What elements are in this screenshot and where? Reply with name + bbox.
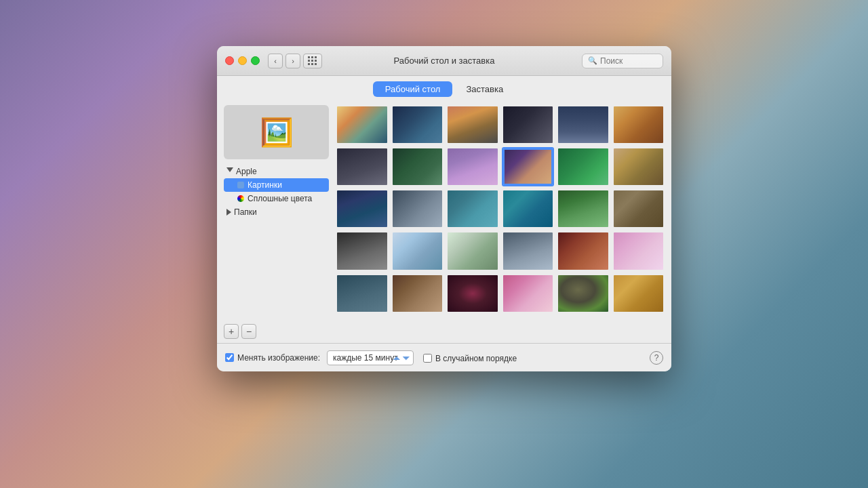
- tab-screensaver[interactable]: Заставка: [454, 81, 515, 97]
- thumbnail-preview: [503, 190, 553, 227]
- thumbnail-item[interactable]: [446, 147, 499, 186]
- thumbnail-item[interactable]: [502, 274, 555, 313]
- minimize-button[interactable]: [238, 56, 247, 65]
- thumbnail-preview: [614, 275, 664, 312]
- back-button[interactable]: ‹: [268, 54, 283, 68]
- nav-buttons: ‹ ›: [268, 54, 300, 68]
- expand-arrow-apple: [226, 167, 233, 176]
- change-image-checkbox[interactable]: [225, 353, 234, 362]
- thumbnail-item[interactable]: [446, 231, 499, 270]
- thumbnail-item[interactable]: [391, 274, 444, 313]
- interval-dropdown[interactable]: каждые 5 минуткаждые 10 минуткаждые 15 м…: [327, 350, 414, 365]
- thumbnail-item[interactable]: [391, 189, 444, 228]
- thumbnail-preview: [337, 148, 387, 185]
- tabbar: Рабочий стол Заставка: [217, 76, 671, 101]
- thumbnail-item[interactable]: [502, 105, 555, 144]
- thumbnail-preview: [393, 148, 443, 185]
- thumbnail-item[interactable]: [391, 105, 444, 144]
- search-input[interactable]: [600, 56, 657, 66]
- remove-button[interactable]: −: [241, 324, 256, 339]
- image-grid: [336, 105, 665, 316]
- thumbnail-preview: [614, 106, 664, 143]
- random-order-group: В случайном порядке: [423, 354, 517, 363]
- thumbnail-item[interactable]: [391, 231, 444, 270]
- thumbnail-item[interactable]: [336, 274, 389, 313]
- help-button[interactable]: ?: [650, 351, 663, 365]
- random-order-label: В случайном порядке: [435, 354, 517, 363]
- thumbnail-preview: [393, 275, 443, 312]
- thumbnail-preview: [448, 148, 498, 185]
- search-icon: 🔍: [588, 56, 597, 65]
- maximize-button[interactable]: [251, 56, 260, 65]
- thumbnail-preview: [448, 232, 498, 269]
- thumbnail-item[interactable]: [446, 274, 499, 313]
- thumbnail-preview: [393, 106, 443, 143]
- thumbnail-preview: [558, 106, 608, 143]
- thumbnail-item[interactable]: [502, 147, 555, 186]
- sidebar-category-folders[interactable]: Папки: [224, 205, 329, 219]
- system-preferences-window: ‹ › Рабочий стол и заставка 🔍 Рабочий ст…: [217, 46, 671, 371]
- search-box[interactable]: 🔍: [582, 54, 663, 68]
- thumbnail-item[interactable]: [612, 231, 665, 270]
- thumbnail-item[interactable]: [336, 189, 389, 228]
- thumbnail-item[interactable]: [336, 231, 389, 270]
- thumbnail-preview: [614, 232, 664, 269]
- thumbnail-preview: [337, 190, 387, 227]
- thumbnail-item[interactable]: [502, 231, 555, 270]
- thumbnail-preview: [614, 148, 664, 185]
- change-image-group: Менять изображение:: [225, 353, 320, 363]
- titlebar: ‹ › Рабочий стол и заставка 🔍: [217, 46, 671, 76]
- thumbnail-item[interactable]: [336, 105, 389, 144]
- thumbnail-item[interactable]: [557, 274, 610, 313]
- thumbnail-item[interactable]: [557, 189, 610, 228]
- thumbnail-item[interactable]: [557, 147, 610, 186]
- sidebar-item-pictures[interactable]: Картинки: [224, 178, 329, 192]
- thumbnail-preview: [337, 106, 387, 143]
- thumbnail-preview: [503, 148, 553, 185]
- sidebar-category-apple[interactable]: Apple: [224, 165, 329, 178]
- thumbnail-item[interactable]: [446, 105, 499, 144]
- thumbnail-preview: [337, 232, 387, 269]
- color-icon: [237, 195, 244, 202]
- thumbnail-preview: [503, 232, 553, 269]
- expand-arrow-folders: [226, 209, 231, 216]
- forward-button[interactable]: ›: [285, 54, 300, 68]
- thumbnail-item[interactable]: [612, 189, 665, 228]
- thumbnail-item[interactable]: [446, 189, 499, 228]
- thumbnail-preview: [337, 275, 387, 312]
- add-button[interactable]: +: [224, 324, 239, 339]
- thumbnail-item[interactable]: [612, 105, 665, 144]
- thumbnail-item[interactable]: [557, 105, 610, 144]
- thumbnail-preview: [558, 148, 608, 185]
- change-image-label: Менять изображение:: [237, 353, 320, 363]
- thumbnail-item[interactable]: [336, 147, 389, 186]
- thumbnail-item[interactable]: [502, 189, 555, 228]
- bottombar: Менять изображение: каждые 5 минуткаждые…: [217, 343, 671, 371]
- close-button[interactable]: [225, 56, 234, 65]
- sidebar-item-solid-colors[interactable]: Сплошные цвета: [224, 192, 329, 205]
- interval-dropdown-container: каждые 5 минуткаждые 10 минуткаждые 15 м…: [327, 350, 414, 365]
- thumbnail-preview: [448, 190, 498, 227]
- thumbnail-item[interactable]: [391, 147, 444, 186]
- preview-area: 🖼️: [224, 105, 329, 159]
- random-order-checkbox[interactable]: [423, 354, 432, 363]
- thumbnail-preview: [503, 275, 553, 312]
- tab-desktop[interactable]: Рабочий стол: [373, 81, 453, 97]
- grid-view-button[interactable]: [303, 54, 322, 68]
- sidebar-item-pictures-label: Картинки: [248, 180, 282, 190]
- thumbnail-item[interactable]: [557, 231, 610, 270]
- thumbnail-item[interactable]: [612, 147, 665, 186]
- bottom-checkboxes: В случайном порядке: [423, 352, 517, 363]
- thumbnail-item[interactable]: [612, 274, 665, 313]
- thumbnail-preview: [614, 190, 664, 227]
- grid-icon: [308, 56, 317, 66]
- thumbnail-preview: [448, 106, 498, 143]
- sidebar: 🖼️ Apple Картинки Сплошные цвета: [224, 105, 329, 343]
- preview-icon: 🖼️: [260, 117, 294, 148]
- sidebar-item-solid-colors-label: Сплошные цвета: [248, 194, 312, 203]
- traffic-lights: [225, 56, 260, 65]
- thumbnail-preview: [448, 275, 498, 312]
- content-area: 🖼️ Apple Картинки Сплошные цвета: [217, 101, 671, 343]
- sidebar-category-apple-label: Apple: [236, 167, 257, 176]
- thumbnail-preview: [393, 190, 443, 227]
